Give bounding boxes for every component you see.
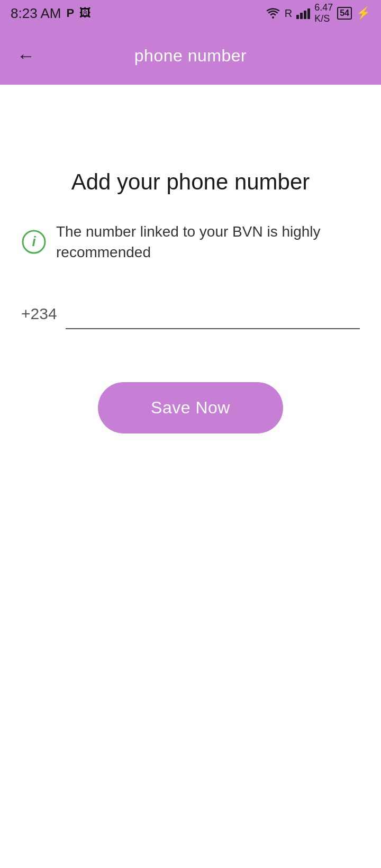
photo-icon: 🖼	[79, 6, 91, 20]
wifi-icon	[266, 7, 280, 19]
back-button[interactable]: ←	[13, 42, 39, 69]
info-text: The number linked to your BVN is highly …	[56, 221, 360, 263]
status-bar-left: 8:23 AM P 🖼	[11, 5, 91, 22]
country-code: +234	[21, 305, 57, 329]
status-bar: 8:23 AM P 🖼 R 6.47K/S 54 ⚡	[0, 0, 381, 26]
status-bar-right: R 6.47K/S 54 ⚡	[266, 2, 370, 24]
p-status-icon: P	[66, 6, 74, 20]
info-icon: i	[21, 229, 47, 255]
app-bar-title: phone number	[134, 46, 247, 66]
network-speed: 6.47K/S	[314, 2, 333, 24]
charging-icon: ⚡	[356, 6, 370, 20]
phone-number-input[interactable]	[66, 305, 360, 329]
phone-input-area: +234	[21, 305, 360, 329]
page-title: Add your phone number	[71, 169, 310, 195]
svg-point-0	[272, 16, 274, 19]
app-bar: ← phone number	[0, 26, 381, 85]
main-content: Add your phone number i The number linke…	[0, 85, 381, 868]
info-row: i The number linked to your BVN is highl…	[21, 221, 360, 263]
signal-bars	[296, 7, 310, 19]
save-now-button[interactable]: Save Now	[98, 382, 283, 433]
svg-text:i: i	[32, 233, 36, 249]
battery-indicator: 54	[337, 7, 352, 20]
r-signal-icon: R	[285, 7, 292, 20]
status-time: 8:23 AM	[11, 5, 61, 22]
